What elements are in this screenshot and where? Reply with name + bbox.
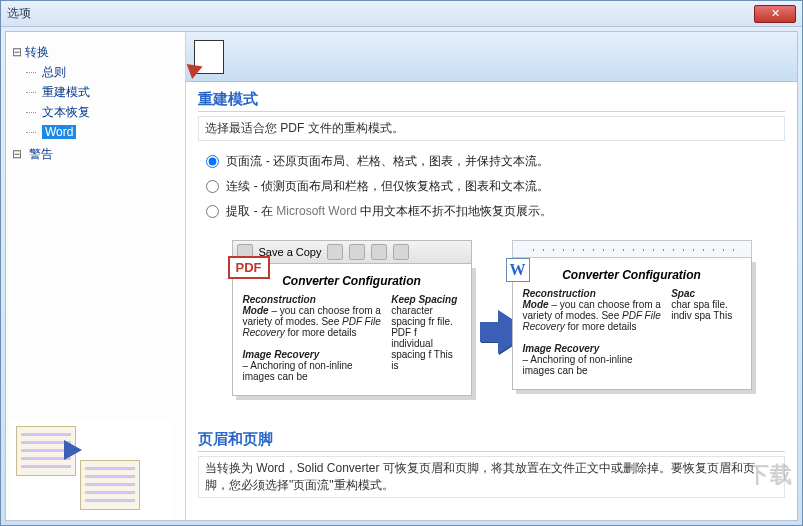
word-page: Converter Configuration Reconstruction M… xyxy=(512,258,752,390)
radio-continuous-input[interactable] xyxy=(206,180,219,193)
titlebar[interactable]: 选项 ✕ xyxy=(1,1,802,27)
section2-title: 页眉和页脚 xyxy=(198,430,785,452)
window-title: 选项 xyxy=(7,5,754,22)
page-title: Converter Configuration xyxy=(523,268,741,282)
section-desc: 选择最适合您 PDF 文件的重构模式。 xyxy=(198,116,785,141)
radio-group-mode: 页面流 - 还原页面布局、栏格、格式，图表，并保持文本流。 连续 - 侦测页面布… xyxy=(198,153,785,236)
preview-illustration: PDF Save a Copy Converter Configuration xyxy=(208,240,775,410)
radio-flowing-input[interactable] xyxy=(206,155,219,168)
section-rebuild: 重建模式 选择最适合您 PDF 文件的重构模式。 页面流 - 还原页面布局、栏格… xyxy=(186,82,797,422)
tree-item-general[interactable]: 总则 xyxy=(12,62,179,82)
radio-extract[interactable]: 提取 - 在 Microsoft Word 中用文本框不折不扣地恢复页展示。 xyxy=(206,203,777,220)
section-title: 重建模式 xyxy=(198,90,785,112)
preview-pdf-doc: PDF Save a Copy Converter Configuration xyxy=(232,240,472,400)
radio-continuous[interactable]: 连续 - 侦测页面布局和栏格，但仅恢复格式，图表和文本流。 xyxy=(206,178,777,195)
header-bar xyxy=(186,32,797,82)
word-ruler xyxy=(512,240,752,258)
tree-item-word[interactable]: Word xyxy=(12,122,179,142)
page-title: Converter Configuration xyxy=(243,274,461,288)
radio-flowing[interactable]: 页面流 - 还原页面布局、栏格、格式，图表，并保持文本流。 xyxy=(206,153,777,170)
dialog-body: 转换 总则 重建模式 文本恢复 Word 警告 重建模式 选择最适合您 PDF … xyxy=(5,31,798,521)
tree-root-convert[interactable]: 转换 xyxy=(12,42,179,62)
tree-item-rebuild-mode[interactable]: 重建模式 xyxy=(12,82,179,102)
pdf-page: Converter Configuration Reconstruction M… xyxy=(232,264,472,396)
tree-item-text-recovery[interactable]: 文本恢复 xyxy=(12,102,179,122)
close-button[interactable]: ✕ xyxy=(754,5,796,23)
content-pane: 重建模式 选择最适合您 PDF 文件的重构模式。 页面流 - 还原页面布局、栏格… xyxy=(186,32,797,520)
arrow-icon xyxy=(64,440,82,460)
tree-root-warning[interactable]: 警告 xyxy=(12,144,179,164)
print-icon xyxy=(327,244,343,260)
options-dialog: 选项 ✕ 转换 总则 重建模式 文本恢复 Word 警告 重建 xyxy=(0,0,803,526)
radio-extract-input[interactable] xyxy=(206,205,219,218)
section-header-footer: 页眉和页脚 当转换为 Word，Solid Converter 可恢复页眉和页脚… xyxy=(186,422,797,514)
preview-word-doc: W Converter Configuration Reconstruction… xyxy=(512,240,752,400)
section2-desc: 当转换为 Word，Solid Converter 可恢复页眉和页脚，将其放置在… xyxy=(198,456,785,498)
sidebar: 转换 总则 重建模式 文本恢复 Word 警告 xyxy=(6,32,186,520)
pdf-badge: PDF xyxy=(228,256,270,279)
search-icon xyxy=(371,244,387,260)
binoc-icon xyxy=(393,244,409,260)
mail-icon xyxy=(349,244,365,260)
convert-doc-icon xyxy=(194,40,224,74)
thumb-word-icon xyxy=(80,460,140,510)
nav-tree: 转换 总则 重建模式 文本恢复 Word 警告 xyxy=(12,42,179,164)
sidebar-illustration xyxy=(10,420,170,520)
word-badge: W xyxy=(506,258,530,282)
